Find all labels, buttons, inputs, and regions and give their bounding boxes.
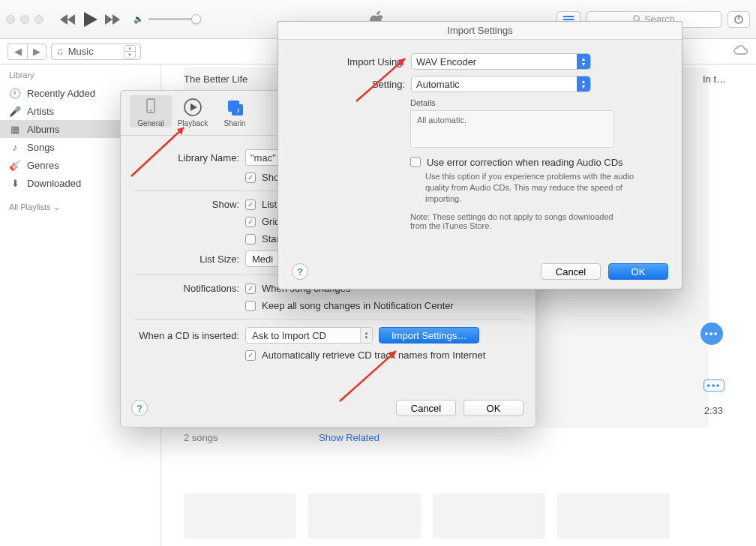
show-label: Show:: [134, 199, 239, 210]
error-correction-help: Use this option if you experience proble…: [425, 171, 635, 205]
sheet-ok-button[interactable]: OK: [608, 263, 668, 280]
svg-marker-0: [60, 14, 68, 25]
svg-marker-3: [105, 14, 112, 25]
sheet-help-button[interactable]: ?: [292, 263, 308, 280]
next-track-button[interactable]: [105, 14, 122, 25]
sharing-icon: ♪: [224, 97, 245, 118]
minimize-window-button[interactable]: [20, 15, 29, 24]
import-using-select[interactable]: WAV Encoder▲▼: [411, 53, 591, 70]
related-album[interactable]: [557, 494, 670, 538]
show-star-checkbox[interactable]: [245, 234, 256, 244]
songs-count: 2 songs: [184, 432, 218, 443]
songs-icon: ♪: [9, 142, 21, 153]
related-album[interactable]: [184, 494, 296, 538]
related-album[interactable]: [308, 494, 421, 538]
library-source-select[interactable]: ♫ Music ▲▼: [51, 44, 141, 60]
library-source-label: Music: [68, 46, 94, 57]
library-name-label: Library Name:: [134, 152, 239, 164]
more-actions-button[interactable]: •••: [700, 322, 723, 345]
show-list-checkbox[interactable]: [245, 200, 256, 210]
account-button[interactable]: [728, 11, 750, 28]
music-note-icon: ♫: [56, 46, 64, 57]
notif-nc-checkbox[interactable]: [245, 301, 256, 311]
setting-label: Setting:: [296, 79, 405, 90]
import-using-label: Import Using:: [296, 56, 405, 68]
cd-inserted-label: When a CD is inserted:: [134, 330, 239, 341]
window-controls: [6, 15, 44, 24]
svg-point-13: [150, 110, 152, 111]
chevron-down-icon: ⌄: [53, 202, 60, 212]
track-more-button[interactable]: •••: [704, 380, 724, 392]
recently-added-icon: 🕘: [9, 88, 21, 99]
cloud-icon[interactable]: [734, 45, 748, 58]
show-related-link[interactable]: Show Related: [319, 432, 380, 443]
tab-general[interactable]: General: [130, 95, 172, 128]
track-duration: 2:33: [704, 405, 723, 416]
volume-icon: 🔈: [134, 14, 144, 24]
error-correction-label: Use error correction when reading Audio …: [427, 157, 623, 168]
error-correction-checkbox[interactable]: [410, 157, 421, 167]
play-button[interactable]: [84, 12, 98, 27]
sheet-cancel-button[interactable]: Cancel: [541, 263, 601, 280]
import-settings-sheet: Import Settings Import Using: WAV Encode…: [278, 21, 682, 290]
volume-slider[interactable]: [148, 18, 201, 20]
forward-button[interactable]: ▶: [27, 44, 46, 60]
sheet-title: Import Settings: [278, 22, 682, 40]
close-window-button[interactable]: [6, 15, 15, 24]
show-grid-checkbox[interactable]: [245, 217, 256, 227]
album-title: The Better Life: [184, 74, 248, 85]
cd-action-select[interactable]: Ask to Import CD▲▼: [245, 327, 373, 344]
notif-song-checkbox[interactable]: [245, 284, 256, 294]
genres-icon: 🎸: [9, 160, 21, 171]
album-right-text: In t…: [703, 74, 726, 85]
downloaded-icon: ⬇: [9, 178, 21, 189]
playback-icon: [182, 97, 203, 118]
tab-playback[interactable]: Playback: [172, 95, 214, 128]
prefs-cancel-button[interactable]: Cancel: [396, 400, 456, 416]
back-button[interactable]: ◀: [8, 44, 27, 60]
svg-marker-4: [112, 14, 120, 25]
details-box: All automatic.: [410, 110, 614, 148]
playback-controls: [60, 12, 122, 27]
svg-text:♪: ♪: [236, 106, 240, 114]
related-album[interactable]: [433, 494, 545, 538]
general-icon: [140, 97, 161, 118]
sidebar-header-library: Library: [0, 69, 160, 84]
tab-sharing[interactable]: ♪ Sharin: [214, 95, 256, 128]
notifications-label: Notifications:: [134, 283, 239, 294]
sheet-note: Note: These settings do not apply to son…: [410, 212, 620, 230]
volume-control[interactable]: 🔈: [134, 14, 201, 24]
svg-marker-15: [190, 104, 197, 111]
svg-marker-1: [68, 14, 75, 25]
artists-icon: 🎤: [9, 106, 21, 117]
previous-track-button[interactable]: [60, 14, 76, 25]
zoom-window-button[interactable]: [34, 15, 44, 24]
list-size-label: List Size:: [134, 254, 239, 265]
albums-icon: ▦: [9, 124, 21, 135]
svg-marker-2: [84, 12, 98, 27]
setting-select[interactable]: Automatic▲▼: [411, 76, 591, 92]
details-label: Details: [410, 98, 664, 107]
import-settings-button[interactable]: Import Settings…: [379, 327, 479, 344]
show-checkbox[interactable]: [245, 172, 256, 183]
related-albums-row: [184, 494, 670, 538]
prefs-ok-button[interactable]: OK: [464, 400, 524, 416]
auto-cd-checkbox[interactable]: [245, 350, 256, 361]
